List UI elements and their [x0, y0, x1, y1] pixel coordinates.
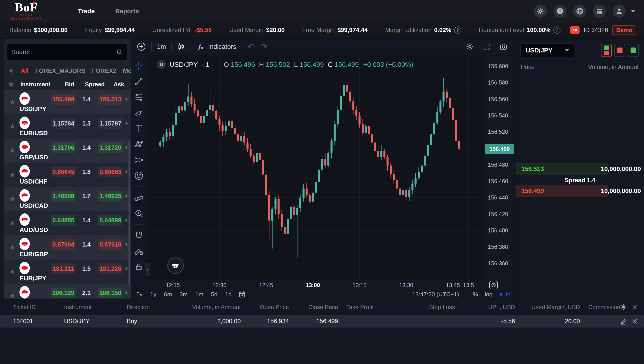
view-bids-button[interactable] [614, 44, 625, 57]
account-caret-icon[interactable] [631, 10, 635, 13]
clock-readout[interactable]: 13:47:20 (UTC+1) [412, 291, 459, 298]
crosshair-icon[interactable] [134, 61, 144, 71]
ask-price-button[interactable]: 0.87918 [98, 239, 122, 250]
bid-price-button[interactable]: 0.64885 [51, 215, 76, 226]
ask-price-button[interactable]: 206.150 [98, 287, 122, 298]
symbol-add-button[interactable] [137, 42, 146, 51]
ask-row[interactable]: 156.513 10,000,000.00 [516, 163, 644, 175]
watchlist-tab-forex_majors[interactable]: FOREX_MAJORS [35, 68, 85, 74]
fib-retracement-icon[interactable] [134, 92, 144, 102]
star-icon[interactable]: ★ [10, 171, 16, 178]
star-icon[interactable]: ★ [10, 123, 16, 130]
log-scale-button[interactable]: log [485, 291, 493, 298]
help-icon[interactable]: ? [454, 27, 461, 34]
search-input[interactable] [11, 49, 116, 56]
star-icon[interactable]: ★ [10, 268, 16, 275]
emoji-icon[interactable] [134, 171, 144, 181]
position-row[interactable]: 134001USD/JPYBuy2,000.00156.934156.499-5… [0, 315, 644, 328]
star-icon[interactable]: ★ [10, 244, 16, 251]
layout-button[interactable] [593, 5, 606, 18]
auto-scale-button[interactable]: auto [499, 291, 510, 298]
watchlist-row[interactable]: ★AUD/USD0.648851.40.64899 [4, 211, 131, 235]
candlestick-chart[interactable] [147, 56, 484, 280]
ask-price-button[interactable]: 156.513 [98, 94, 122, 105]
language-button[interactable] [573, 5, 586, 18]
price-axis[interactable]: 156.499 156.600156.580156.560156.540156.… [484, 56, 515, 280]
ask-price-button[interactable]: 0.64899 [98, 215, 122, 226]
star-icon[interactable]: ★ [10, 292, 16, 298]
range-5y[interactable]: 5y [136, 291, 142, 298]
chart-plot[interactable]: U USD/JPY · 1 · O156.496 H156.502 L156.4… [147, 56, 484, 280]
tradingview-logo[interactable] [167, 257, 184, 274]
chart-style-button[interactable] [177, 43, 185, 51]
ruler-icon[interactable] [134, 193, 144, 203]
favorites-star-icon[interactable]: ★ [8, 68, 14, 74]
ask-price-button[interactable]: 1.15797 [98, 118, 122, 129]
settings-button[interactable] [534, 5, 547, 18]
lock-all-icon[interactable] [134, 262, 144, 272]
edit-position-icon[interactable] [620, 318, 627, 325]
collapse-sidebar-handle[interactable]: ‹ [145, 263, 150, 276]
timezone-clock-icon[interactable] [489, 281, 498, 289]
positions-settings-icon[interactable] [620, 304, 626, 310]
watchlist-row[interactable]: ★GBP/USD1.317061.41.31720 [4, 139, 131, 163]
star-icon[interactable]: ★ [10, 220, 16, 227]
bid-price-button[interactable]: 156.499 [51, 94, 76, 105]
star-icon[interactable]: ★ [10, 196, 16, 202]
star-icon[interactable]: ★ [10, 147, 16, 154]
ask-price-button[interactable]: 0.80663 [98, 167, 122, 177]
lock-drawings-icon[interactable] [134, 246, 144, 256]
range-1y[interactable]: 1y [150, 291, 156, 298]
trend-line-icon[interactable] [134, 77, 144, 87]
nav-tab-reports[interactable]: Reports [115, 8, 139, 15]
text-icon[interactable] [134, 124, 144, 134]
fullscreen-icon[interactable] [483, 43, 490, 51]
watchlist-tab-forex2[interactable]: FOREX2 [92, 68, 116, 74]
help-icon[interactable]: ? [553, 27, 560, 34]
nav-tab-trade[interactable]: Trade [78, 8, 95, 15]
indicators-button[interactable]: Indicators [196, 42, 236, 51]
bid-price-button[interactable]: 1.15784 [51, 118, 76, 129]
watchlist-row[interactable]: ★USD/CAD1.409081.71.40925 [4, 187, 131, 211]
account-button[interactable] [613, 5, 626, 18]
watchlist-tab-metal[interactable]: Metal [123, 68, 131, 74]
redo-button[interactable]: ↷ [260, 43, 268, 50]
ask-price-button[interactable]: 1.40925 [98, 191, 122, 201]
magnet-icon[interactable] [134, 230, 144, 240]
quick-trade-bolt-icon[interactable] [123, 96, 130, 103]
go-to-date-icon[interactable] [238, 290, 246, 298]
bid-price-button[interactable]: 1.31706 [51, 142, 76, 153]
bid-price-button[interactable]: 0.80645 [51, 167, 76, 177]
quick-trade-bolt-icon[interactable] [123, 120, 130, 127]
watchlist-row[interactable]: ★EUR/JPY181.2111.5181.226 [4, 259, 131, 284]
range-3m[interactable]: 3m [180, 291, 188, 298]
time-axis[interactable]: 12:1512:3012:4513:0013:1513:3013:4513:5 [131, 280, 515, 290]
star-icon[interactable]: ★ [10, 99, 16, 106]
bid-price-button[interactable]: 181.211 [51, 263, 76, 274]
watchlist-row[interactable]: ★USD/JPY156.4991.4156.513 [4, 90, 131, 114]
quick-trade-bolt-icon[interactable] [123, 289, 130, 297]
watchlist-row[interactable]: ★EUR/GBP0.879041.40.87918 [4, 235, 131, 259]
ask-price-button[interactable]: 181.226 [98, 263, 122, 274]
close-position-icon[interactable] [632, 318, 638, 325]
range-5d[interactable]: 5d [211, 291, 218, 298]
chart-settings-icon[interactable] [466, 43, 474, 51]
position-tool-icon[interactable] [134, 155, 144, 165]
watchlist-row[interactable]: ★EUR/USD1.157841.31.15797 [4, 114, 131, 139]
symbol-select[interactable]: USD/JPY [520, 44, 574, 57]
positions-close-icon[interactable] [632, 304, 638, 310]
undo-button[interactable]: ↶ [248, 43, 254, 50]
bid-price-button[interactable]: 0.87904 [51, 239, 76, 250]
pattern-icon[interactable] [134, 139, 144, 149]
percent-scale-button[interactable]: % [473, 291, 478, 298]
watchlist-tab-all[interactable]: All [21, 68, 29, 74]
watchlist-row[interactable]: ★USD/CHF0.806451.80.80663 [4, 163, 131, 187]
info-button[interactable] [554, 5, 566, 18]
range-6m[interactable]: 6m [164, 291, 172, 298]
watchlist-row[interactable]: ★GBP/JPY206.1292.1206.150 [4, 284, 131, 298]
bid-row[interactable]: 156.499 10,000,000.00 [516, 185, 644, 197]
brush-icon[interactable] [134, 108, 144, 118]
range-1d[interactable]: 1d [225, 291, 232, 298]
search-box[interactable] [7, 44, 128, 60]
interval-button[interactable]: 1m [157, 43, 166, 51]
